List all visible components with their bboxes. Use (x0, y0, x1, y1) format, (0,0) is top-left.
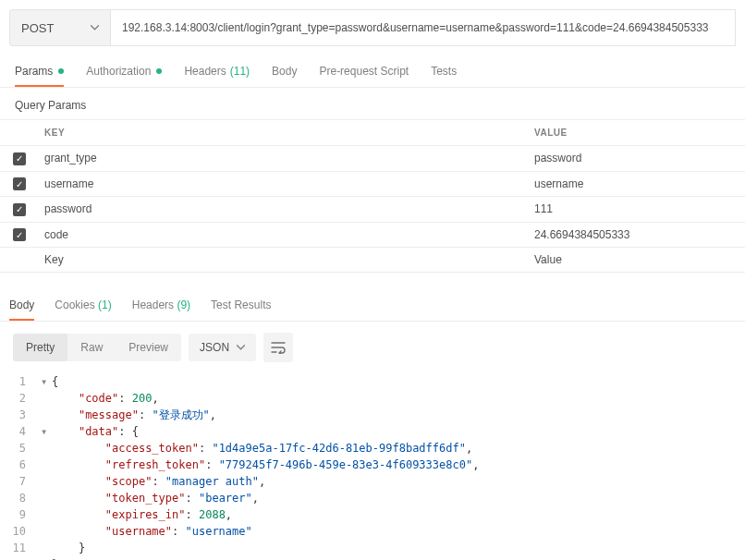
code-line: 2 "code": 200, (0, 390, 745, 407)
code-line: 4▾ "data": { (0, 423, 745, 440)
tab-body[interactable]: Body (272, 55, 297, 87)
request-tabs: Params Authorization Headers (11) Body P… (0, 55, 745, 88)
tab-params[interactable]: Params (15, 55, 64, 87)
param-key-cell[interactable]: code (35, 222, 525, 248)
chevron-down-icon (237, 345, 245, 350)
pretty-button[interactable]: Pretty (13, 334, 67, 361)
code-line: 11 } (0, 540, 745, 556)
wrap-icon (271, 341, 286, 354)
key-column-header: KEY (35, 120, 525, 146)
fold-toggle-icon[interactable]: ▾ (41, 423, 50, 440)
line-content: } (41, 556, 745, 560)
code-line: 3 "message": "登录成功", (0, 407, 745, 423)
raw-button[interactable]: Raw (67, 334, 116, 361)
line-number: 2 (0, 390, 41, 407)
tab-pre-request-script[interactable]: Pre-request Script (319, 55, 409, 87)
line-content: ▾ "data": { (41, 423, 745, 440)
row-checkbox[interactable]: ✓ (13, 177, 26, 190)
code-line: 5 "access_token": "1d4a9e5a-17fc-42d6-81… (0, 440, 745, 457)
line-content: ▾{ (41, 373, 745, 390)
line-number: 4 (0, 423, 41, 440)
table-row: ✓code24.6694384505333 (0, 222, 745, 248)
view-mode-group: Pretty Raw Preview (13, 334, 181, 361)
param-key-cell[interactable]: username (35, 171, 525, 197)
tab-response-headers[interactable]: Headers (9) (132, 289, 190, 321)
param-value-input[interactable]: Value (525, 248, 745, 273)
code-line: 7 "scope": "manager auth", (0, 473, 745, 490)
tab-response-cookies[interactable]: Cookies (1) (55, 289, 111, 321)
table-row: ✓grant_typepassword (0, 146, 745, 172)
format-select[interactable]: JSON (189, 334, 256, 361)
tab-authorization[interactable]: Authorization (86, 55, 162, 87)
table-row: ✓usernameusername (0, 171, 745, 197)
line-number: 12 (0, 556, 41, 560)
line-content: "message": "登录成功", (41, 407, 745, 423)
line-content: "access_token": "1d4a9e5a-17fc-42d6-81eb… (41, 440, 745, 457)
param-value-cell[interactable]: password (525, 146, 745, 172)
query-params-title: Query Params (0, 88, 745, 119)
line-content: "scope": "manager auth", (41, 473, 745, 490)
line-number: 11 (0, 540, 41, 556)
param-value-cell[interactable]: 24.6694384505333 (525, 222, 745, 248)
line-number: 6 (0, 457, 41, 473)
code-line: 8 "token_type": "bearer", (0, 490, 745, 506)
line-number: 10 (0, 523, 41, 540)
line-content: } (41, 540, 745, 556)
line-content: "refresh_token": "779245f7-496b-459e-83e… (41, 457, 745, 473)
table-row-new: KeyValue (0, 248, 745, 273)
line-number: 5 (0, 440, 41, 457)
line-content: "code": 200, (41, 390, 745, 407)
http-method-label: POST (21, 21, 54, 35)
row-checkbox[interactable]: ✓ (13, 152, 26, 165)
value-column-header: VALUE (525, 120, 745, 146)
status-dot-icon (156, 68, 162, 74)
status-dot-icon (58, 68, 64, 74)
code-line: 6 "refresh_token": "779245f7-496b-459e-8… (0, 457, 745, 473)
request-row: POST 192.168.3.14:8003/client/login?gran… (0, 0, 745, 55)
query-params-table: KEY VALUE ✓grant_typepassword✓usernameus… (0, 119, 745, 273)
wrap-lines-button[interactable] (263, 333, 293, 362)
line-content: "token_type": "bearer", (41, 490, 745, 506)
line-content: "username": "username" (41, 523, 745, 540)
param-key-cell[interactable]: grant_type (35, 146, 525, 172)
param-key-cell[interactable]: password (35, 197, 525, 223)
param-key-input[interactable]: Key (35, 248, 525, 273)
tab-response-body[interactable]: Body (9, 289, 34, 321)
fold-toggle-icon[interactable]: ▾ (41, 373, 50, 390)
preview-button[interactable]: Preview (116, 334, 181, 361)
response-body-code[interactable]: 1▾{2 "code": 200,3 "message": "登录成功",4▾ … (0, 373, 745, 560)
line-number: 1 (0, 373, 41, 390)
http-method-select[interactable]: POST (9, 9, 111, 46)
response-toolbar: Pretty Raw Preview JSON (0, 322, 745, 373)
tab-headers[interactable]: Headers (11) (184, 55, 250, 87)
line-number: 3 (0, 407, 41, 423)
response-tabs: Body Cookies (1) Headers (9) Test Result… (0, 289, 745, 322)
row-checkbox[interactable]: ✓ (13, 203, 26, 216)
line-content: "expires_in": 2088, (41, 506, 745, 523)
param-value-cell[interactable]: username (525, 171, 745, 197)
checkbox-column-header (0, 120, 35, 146)
param-value-cell[interactable]: 111 (525, 197, 745, 223)
line-number: 9 (0, 506, 41, 523)
line-number: 7 (0, 473, 41, 490)
line-number: 8 (0, 490, 41, 506)
row-checkbox[interactable]: ✓ (13, 228, 26, 241)
chevron-down-icon (91, 25, 99, 30)
code-line: 12} (0, 556, 745, 560)
code-line: 1▾{ (0, 373, 745, 390)
request-url-input[interactable]: 192.168.3.14:8003/client/login?grant_typ… (111, 9, 736, 46)
code-line: 10 "username": "username" (0, 523, 745, 540)
code-line: 9 "expires_in": 2088, (0, 506, 745, 523)
tab-test-results[interactable]: Test Results (211, 289, 271, 321)
tab-tests[interactable]: Tests (431, 55, 457, 87)
table-row: ✓password111 (0, 197, 745, 223)
